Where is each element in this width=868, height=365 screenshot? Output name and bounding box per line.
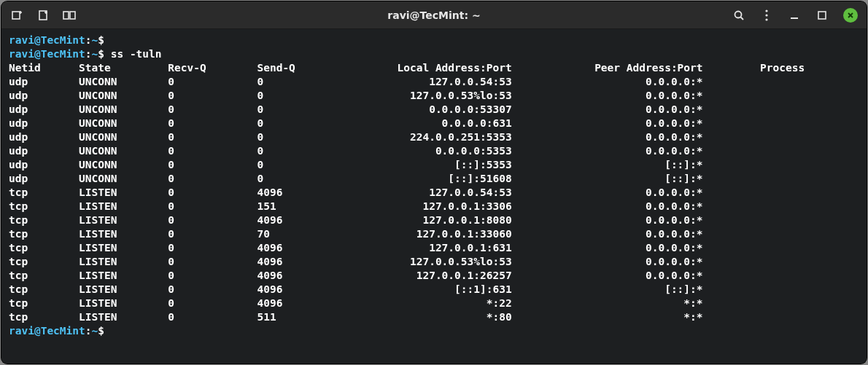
prompt-path: ~ — [92, 325, 98, 337]
svg-rect-6 — [63, 12, 69, 19]
table-row: udp UNCONN 0 0 224.0.0.251:5353 0.0.0.0:… — [9, 131, 703, 143]
table-row: tcp LISTEN 0 70 127.0.0.1:33060 0.0.0.0:… — [9, 228, 703, 240]
prompt-sep: : — [85, 325, 92, 337]
split-icon[interactable] — [63, 9, 76, 22]
table-row: tcp LISTEN 0 4096 127.0.0.53%lo:53 0.0.0… — [9, 256, 703, 267]
table-row: udp UNCONN 0 0 0.0.0.0:53307 0.0.0.0:* — [9, 103, 703, 115]
maximize-icon[interactable] — [815, 9, 829, 22]
prompt-sigil: $ — [98, 48, 104, 60]
prompt-path: ~ — [92, 48, 98, 60]
prompt-user: ravi@TecMint — [9, 48, 85, 60]
svg-point-12 — [765, 18, 767, 20]
table-row: tcp LISTEN 0 511 *:80 *:* — [9, 311, 703, 323]
prompt-user: ravi@TecMint — [9, 325, 85, 337]
terminal-body[interactable]: ravi@TecMint:~$ ravi@TecMint:~$ ss -tuln… — [1, 29, 867, 364]
svg-rect-7 — [70, 12, 75, 19]
titlebar-left-controls — [7, 9, 732, 22]
new-tab-icon[interactable] — [10, 9, 23, 22]
svg-rect-14 — [818, 12, 826, 19]
table-row: tcp LISTEN 0 4096 127.0.0.1:26257 0.0.0.… — [9, 270, 703, 281]
terminal-window: ravi@TecMint: ~ — [1, 1, 867, 364]
titlebar: ravi@TecMint: ~ — [1, 1, 867, 29]
command-line: ss -tuln — [111, 48, 162, 60]
svg-rect-0 — [12, 12, 20, 19]
prompt-path: ~ — [92, 34, 98, 46]
svg-point-10 — [765, 9, 767, 12]
table-row: tcp LISTEN 0 4096 *:22 *:* — [9, 297, 703, 309]
svg-point-11 — [765, 14, 767, 16]
table-row: udp UNCONN 0 0 127.0.0.54:53 0.0.0.0:* — [9, 76, 703, 87]
svg-line-9 — [741, 17, 744, 20]
prompt-user: ravi@TecMint — [9, 34, 85, 46]
table-row: tcp LISTEN 0 4096 127.0.0.54:53 0.0.0.0:… — [9, 187, 703, 198]
table-row: udp UNCONN 0 0 0.0.0.0:5353 0.0.0.0:* — [9, 145, 703, 157]
table-header: Netid State Recv-Q Send-Q Local Address:… — [9, 62, 805, 74]
table-row: tcp LISTEN 0 4096 127.0.0.1:8080 0.0.0.0… — [9, 214, 703, 226]
titlebar-right-controls — [732, 8, 861, 23]
prompt-sigil: $ — [98, 34, 104, 46]
close-button[interactable] — [843, 8, 858, 23]
menu-icon[interactable] — [760, 9, 773, 22]
svg-point-8 — [735, 11, 742, 17]
search-icon[interactable] — [732, 9, 745, 22]
table-row: tcp LISTEN 0 4096 127.0.0.1:631 0.0.0.0:… — [9, 242, 703, 254]
new-window-icon[interactable] — [36, 9, 50, 22]
table-row: udp UNCONN 0 0 [::]:5353 [::]:* — [9, 159, 703, 170]
table-row: tcp LISTEN 0 4096 [::1]:631 [::]:* — [9, 283, 703, 295]
table-row: udp UNCONN 0 0 [::]:51608 [::]:* — [9, 173, 703, 184]
prompt-sigil: $ — [98, 325, 104, 337]
prompt-sep: : — [85, 48, 92, 60]
table-row: udp UNCONN 0 0 127.0.0.53%lo:53 0.0.0.0:… — [9, 90, 703, 101]
table-row: tcp LISTEN 0 151 127.0.0.1:3306 0.0.0.0:… — [9, 200, 703, 212]
minimize-icon[interactable] — [788, 9, 801, 22]
table-row: udp UNCONN 0 0 0.0.0.0:631 0.0.0.0:* — [9, 117, 703, 129]
prompt-sep: : — [85, 34, 92, 46]
